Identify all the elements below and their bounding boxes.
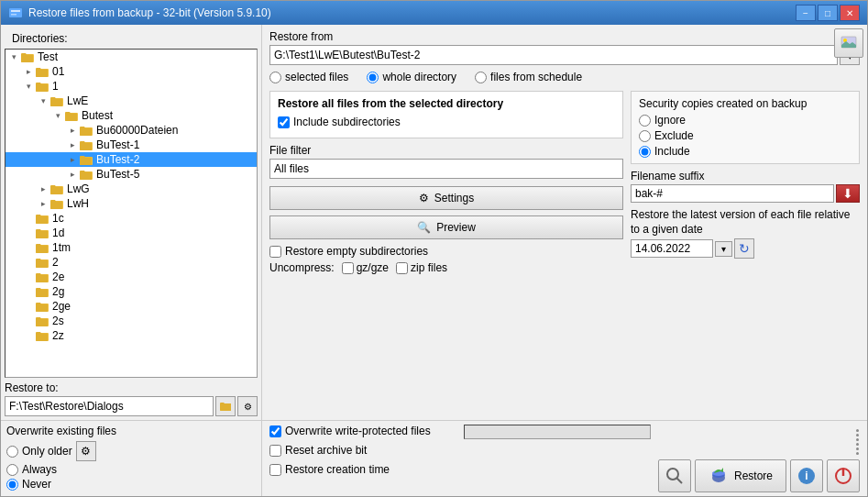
tree-item-01[interactable]: ▸01 xyxy=(5,64,257,79)
date-input[interactable] xyxy=(631,239,713,258)
tree-item-2[interactable]: 2 xyxy=(5,255,257,270)
folder-icon-2z xyxy=(35,329,49,342)
tree-item-2e[interactable]: 2e xyxy=(5,270,257,284)
tree-expander-test[interactable]: ▾ xyxy=(7,50,20,63)
tree-expander-2z[interactable] xyxy=(22,329,35,342)
overwrite-never-radio[interactable] xyxy=(6,479,18,491)
tree-item-2z[interactable]: 2z xyxy=(5,328,257,343)
security-ignore-row[interactable]: Ignore xyxy=(639,114,852,127)
tree-item-1tm[interactable]: 1tm xyxy=(5,240,257,255)
overwrite-always-radio[interactable] xyxy=(6,464,18,476)
tree-expander-01[interactable]: ▸ xyxy=(22,65,35,78)
tree-item-butest1[interactable]: ▸BuTest-1 xyxy=(5,138,257,152)
tree-item-2g[interactable]: 2g xyxy=(5,284,257,299)
radio-files-from-schedule[interactable]: files from schedule xyxy=(475,71,582,83)
tree-expander-lwe[interactable]: ▾ xyxy=(37,94,49,107)
tree-item-test[interactable]: ▾Test xyxy=(5,50,257,64)
tree-expander-butest[interactable]: ▾ xyxy=(51,109,64,122)
restore-button[interactable]: Restore xyxy=(695,459,786,492)
restore-empty-subdirs-row[interactable]: Restore empty subdirectories xyxy=(269,245,623,258)
file-filter-input[interactable] xyxy=(269,159,623,179)
gz-checkbox-row[interactable]: gz/gze xyxy=(342,261,389,274)
tree-expander-butest5[interactable]: ▸ xyxy=(66,168,79,181)
restore-to-settings-button[interactable]: ⚙ xyxy=(237,396,258,416)
directory-tree[interactable]: ▾Test▸01▾1▾LwE▾Butest▸Bu60000Dateien▸BuT… xyxy=(5,49,258,378)
close-button[interactable]: ✕ xyxy=(840,5,860,21)
progress-section xyxy=(464,425,651,492)
tree-item-2s[interactable]: 2s xyxy=(5,314,257,328)
reset-archive-row[interactable]: Reset archive bit xyxy=(269,444,456,457)
overwrite-older-label-row[interactable]: Only older xyxy=(6,445,72,458)
tree-expander-2s[interactable] xyxy=(22,315,35,327)
info-button[interactable]: i xyxy=(790,459,823,492)
preview-button[interactable]: 🔍 Preview xyxy=(269,215,623,239)
tree-item-butest2[interactable]: ▸BuTest-2 xyxy=(5,152,257,167)
tree-expander-2[interactable] xyxy=(22,256,35,269)
tree-item-lwh[interactable]: ▸LwH xyxy=(5,196,257,211)
security-exclude-radio[interactable] xyxy=(639,130,651,142)
tree-expander-butest1[interactable]: ▸ xyxy=(66,138,79,151)
restore-from-input[interactable] xyxy=(269,45,838,65)
tree-item-bu60000[interactable]: ▸Bu60000Dateien xyxy=(5,123,257,138)
overwrite-always-label-row[interactable]: Always xyxy=(6,463,57,476)
radio-files-from-schedule-input[interactable] xyxy=(475,72,487,83)
tree-expander-bu60000[interactable]: ▸ xyxy=(66,124,79,137)
tree-item-1c[interactable]: 1c xyxy=(5,211,257,226)
title-bar-left: Restore files from backup - 32-bit (Vers… xyxy=(8,6,271,20)
search-button[interactable] xyxy=(658,459,691,492)
security-include-row[interactable]: Include xyxy=(639,145,852,158)
overwrite-write-protected-row[interactable]: Overwrite write-protected files xyxy=(269,425,456,437)
date-calendar-button[interactable]: ▾ xyxy=(715,241,732,257)
tree-expander-2g[interactable] xyxy=(22,285,35,298)
restore-to-browse-button[interactable] xyxy=(215,396,236,416)
radio-whole-directory-input[interactable] xyxy=(367,72,379,83)
security-ignore-radio[interactable] xyxy=(639,115,651,127)
radio-whole-directory[interactable]: whole directory xyxy=(367,71,456,83)
include-subdirs-checkbox-row[interactable]: Include subdirectories xyxy=(278,116,615,128)
suffix-button[interactable]: ⬇ xyxy=(836,184,860,203)
svg-line-27 xyxy=(676,478,682,483)
tree-item-2ge[interactable]: 2ge xyxy=(5,299,257,314)
tree-item-label-01: 01 xyxy=(52,65,64,78)
older-settings-button[interactable]: ⚙ xyxy=(76,441,96,461)
tree-expander-1d[interactable] xyxy=(22,226,35,239)
security-include-radio[interactable] xyxy=(639,146,651,158)
restore-empty-subdirs-checkbox[interactable] xyxy=(269,246,281,258)
tree-item-label-butest2: BuTest-2 xyxy=(96,153,139,166)
tree-expander-1tm[interactable] xyxy=(22,241,35,254)
restore-creation-row[interactable]: Restore creation time xyxy=(269,463,456,476)
gz-checkbox[interactable] xyxy=(342,262,354,274)
tree-item-1[interactable]: ▾1 xyxy=(5,79,257,94)
radio-selected-files-input[interactable] xyxy=(269,72,281,83)
reset-archive-checkbox[interactable] xyxy=(269,445,281,457)
power-button[interactable] xyxy=(827,459,860,492)
zip-checkbox-row[interactable]: zip files xyxy=(396,261,447,274)
radio-selected-files[interactable]: selected files xyxy=(269,71,348,83)
overwrite-never-label-row[interactable]: Never xyxy=(6,478,51,491)
tree-item-1d[interactable]: 1d xyxy=(5,226,257,240)
restore-creation-checkbox[interactable] xyxy=(269,464,281,476)
settings-button[interactable]: ⚙ Settings xyxy=(269,186,623,210)
maximize-button[interactable]: □ xyxy=(818,5,838,21)
zip-checkbox[interactable] xyxy=(396,262,408,274)
tree-item-lwe[interactable]: ▾LwE xyxy=(5,94,257,108)
security-exclude-row[interactable]: Exclude xyxy=(639,129,852,142)
minimize-button[interactable]: − xyxy=(796,5,816,21)
suffix-input[interactable] xyxy=(631,184,834,203)
restore-to-input[interactable] xyxy=(5,396,214,416)
top-right-button[interactable] xyxy=(834,28,863,58)
tree-item-butest5[interactable]: ▸BuTest-5 xyxy=(5,167,257,182)
overwrite-write-protected-checkbox[interactable] xyxy=(269,425,281,437)
tree-expander-1[interactable]: ▾ xyxy=(22,80,35,93)
tree-item-butest[interactable]: ▾Butest xyxy=(5,108,257,123)
date-refresh-button[interactable]: ↻ xyxy=(734,238,754,259)
tree-expander-butest2[interactable]: ▸ xyxy=(66,153,79,166)
tree-item-lwg[interactable]: ▸LwG xyxy=(5,182,257,196)
tree-expander-lwh[interactable]: ▸ xyxy=(37,197,49,210)
tree-expander-2e[interactable] xyxy=(22,271,35,283)
tree-expander-lwg[interactable]: ▸ xyxy=(37,182,49,195)
tree-expander-1c[interactable] xyxy=(22,212,35,225)
include-subdirs-checkbox[interactable] xyxy=(278,116,290,128)
overwrite-older-radio[interactable] xyxy=(6,446,18,458)
tree-expander-2ge[interactable] xyxy=(22,300,35,313)
